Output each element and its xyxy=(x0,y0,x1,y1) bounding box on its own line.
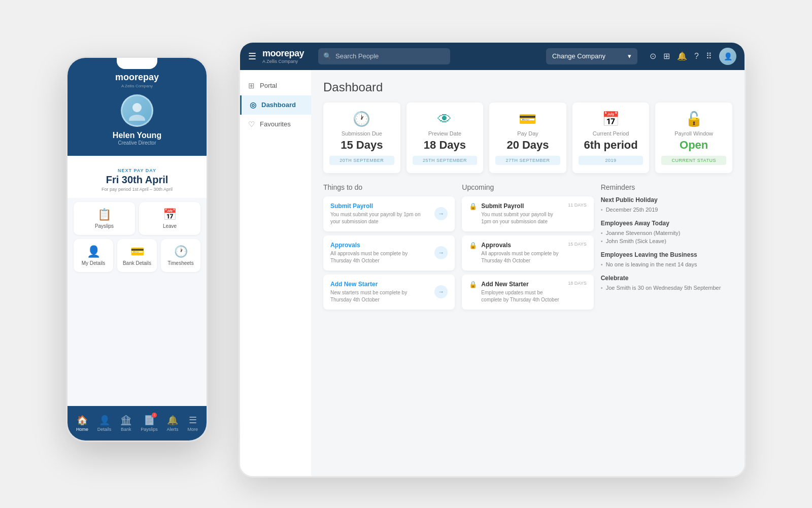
todo-arrow-approvals[interactable]: → xyxy=(434,246,448,259)
lock-icon-1: 🔒 xyxy=(469,202,477,210)
stat-date-submission: 20TH SEPTEMBER xyxy=(329,156,394,165)
tablet-body: ⊞ Portal ◎ Dashboard ♡ Favourites Dashbo… xyxy=(240,70,745,476)
upcoming-content-1: Submit Payroll You must submit your payr… xyxy=(481,202,564,225)
dashboard-icon: ◎ xyxy=(250,100,256,110)
search-bar[interactable]: 🔍 Search People xyxy=(318,48,450,64)
timesheets-icon: 🕐 xyxy=(165,245,196,258)
todo-title-starter: Add New Starter xyxy=(330,281,429,288)
three-columns: Things to do Submit Payroll You must sub… xyxy=(323,183,732,314)
clock-icon: 🕐 xyxy=(329,111,394,127)
upcoming-desc-1: You must submit your payroll by 1pm on y… xyxy=(481,211,564,225)
upcoming-days-3: 18 DAYS xyxy=(568,281,586,286)
stat-label-payroll: Payroll Window xyxy=(661,130,726,137)
sidebar-item-portal[interactable]: ⊞ Portal xyxy=(240,76,311,95)
logo-text: moorepay xyxy=(262,48,304,59)
upcoming-content-3: Add New Starter Employee updates must be… xyxy=(481,281,564,303)
phone-nav-details[interactable]: 👤 Details xyxy=(97,415,112,432)
todo-arrow-starter[interactable]: → xyxy=(434,285,448,298)
unlock-icon: 🔓 xyxy=(661,111,726,127)
page-title: Dashboard xyxy=(323,80,732,94)
reminders-section: Reminders Next Public Holiday December 2… xyxy=(601,183,732,314)
phone-notch xyxy=(117,58,157,69)
stat-date-payroll: CURRENT STATUS xyxy=(661,156,726,165)
todo-desc-starter: New starters must be complete by Thursda… xyxy=(330,289,429,303)
sidebar: ⊞ Portal ◎ Dashboard ♡ Favourites xyxy=(240,70,311,476)
user-avatar[interactable]: 👤 xyxy=(719,48,736,65)
sidebar-item-dashboard[interactable]: ◎ Dashboard xyxy=(240,95,311,115)
phone-nav-bank[interactable]: 🏦 Bank xyxy=(120,415,131,432)
todo-title-approvals: Approvals xyxy=(330,242,429,249)
stat-value-payday: 20 Days xyxy=(495,139,560,152)
stats-row: 🕐 Submission Due 15 Days 20TH SEPTEMBER … xyxy=(323,103,732,173)
phone-body: 📋 Payslips 📅 Leave 👤 My Details 💳 xyxy=(67,198,207,406)
more-nav-label: More xyxy=(187,427,198,432)
scene: ☰ moorepay A Zellis Company 🔍 Search Peo… xyxy=(51,26,761,483)
reminder-group-away: Employees Away Today Joanne Stevenson (M… xyxy=(601,220,732,245)
stat-value-payroll: Open xyxy=(661,139,726,152)
stat-value-period: 6th period xyxy=(579,139,644,152)
stat-value-submission: 15 Days xyxy=(329,139,394,152)
phone-logo: moorepay xyxy=(76,72,198,83)
todo-content-approvals: Approvals All approvals must be complete… xyxy=(330,242,429,264)
sidebar-label-portal: Portal xyxy=(260,82,277,89)
stat-label-period: Current Period xyxy=(579,130,644,137)
tablet-inner: ☰ moorepay A Zellis Company 🔍 Search Peo… xyxy=(240,43,745,476)
phone-nav-payslips[interactable]: 📄 Payslips xyxy=(141,415,158,432)
bell-icon[interactable]: 🔔 xyxy=(677,51,687,61)
alerts-nav-label: Alerts xyxy=(167,427,179,432)
phone-user-name: Helen Young xyxy=(76,131,198,140)
stat-date-payday: 27TH SEPTEMBER xyxy=(495,156,560,165)
phone-nav-more[interactable]: ☰ More xyxy=(187,415,198,432)
todo-title-submit: Submit Payroll xyxy=(330,202,429,210)
phone-nav-home[interactable]: 🏠 Home xyxy=(76,415,88,432)
todo-content: Submit Payroll You must submit your payr… xyxy=(330,202,429,225)
stat-label-submission: Submission Due xyxy=(329,130,394,137)
upcoming-desc-3: Employee updates must be complete by Thu… xyxy=(481,289,564,303)
timesheets-label: Timesheets xyxy=(165,260,196,266)
grid-icon[interactable]: ⠿ xyxy=(706,51,712,61)
todo-arrow-submit[interactable]: → xyxy=(434,207,448,220)
upcoming-submit-payroll: 🔒 Submit Payroll You must submit your pa… xyxy=(462,196,593,231)
help-icon[interactable]: ? xyxy=(694,52,699,61)
details-nav-label: Details xyxy=(97,427,112,432)
more-nav-icon: ☰ xyxy=(189,415,197,426)
sidebar-label-favourites: Favourites xyxy=(260,120,291,128)
reminder-group-title-celebrate: Celebrate xyxy=(601,275,732,282)
phone-pay-card: NEXT PAY DAY Fri 30th April For pay peri… xyxy=(74,162,200,198)
reminder-group-celebrate: Celebrate Joe Smith is 30 on Wednesday 5… xyxy=(601,275,732,292)
nav-icons: ⊙ ⊞ 🔔 ? ⠿ 👤 xyxy=(650,48,736,65)
payslips-nav-label: Payslips xyxy=(141,427,158,432)
leave-icon: 📅 xyxy=(143,208,196,221)
phone-nav-alerts[interactable]: 🔔 Alerts xyxy=(167,415,179,432)
stat-card-payroll-window: 🔓 Payroll Window Open CURRENT STATUS xyxy=(655,103,732,173)
hamburger-icon[interactable]: ☰ xyxy=(248,51,256,62)
upcoming-new-starter: 🔒 Add New Starter Employee updates must … xyxy=(462,275,593,310)
todo-submit-payroll[interactable]: Submit Payroll You must submit your payr… xyxy=(323,196,455,231)
phone-tile-mydetails[interactable]: 👤 My Details xyxy=(74,239,113,272)
alerts-nav-icon: 🔔 xyxy=(167,415,178,426)
things-to-do-section: Things to do Submit Payroll You must sub… xyxy=(323,183,455,314)
search-icon: 🔍 xyxy=(323,52,331,60)
todo-approvals[interactable]: Approvals All approvals must be complete… xyxy=(323,235,455,270)
company-selector[interactable]: Change Company ▾ xyxy=(546,48,637,64)
phone-tile-timesheets[interactable]: 🕐 Timesheets xyxy=(161,239,200,272)
todo-new-starter[interactable]: Add New Starter New starters must be com… xyxy=(323,275,455,310)
compass-icon[interactable]: ⊙ xyxy=(650,51,656,61)
upcoming-title-2: Approvals xyxy=(481,242,564,249)
upcoming-approvals: 🔒 Approvals All approvals must be comple… xyxy=(462,235,593,270)
reminder-item-away-1: Joanne Stevenson (Maternity) xyxy=(601,229,732,237)
reminder-group-title-holiday: Next Public Holiday xyxy=(601,196,732,204)
pay-date: Fri 30th April xyxy=(81,174,193,186)
plus-box-icon[interactable]: ⊞ xyxy=(663,51,670,61)
payslips-nav-icon: 📄 xyxy=(144,415,155,426)
stat-card-period: 📅 Current Period 6th period 2019 xyxy=(572,103,650,173)
lock-icon-2: 🔒 xyxy=(469,242,477,249)
phone-tile-leave[interactable]: 📅 Leave xyxy=(139,202,200,235)
home-label: Home xyxy=(76,427,88,432)
search-placeholder: Search People xyxy=(335,52,379,60)
phone-tile-bank[interactable]: 💳 Bank Details xyxy=(117,239,157,272)
phone-tile-payslips[interactable]: 📋 Payslips xyxy=(74,202,135,235)
reminders-title: Reminders xyxy=(601,183,732,191)
reminder-group-title-leaving: Employees Leaving the Business xyxy=(601,251,732,258)
sidebar-item-favourites[interactable]: ♡ Favourites xyxy=(240,115,311,134)
